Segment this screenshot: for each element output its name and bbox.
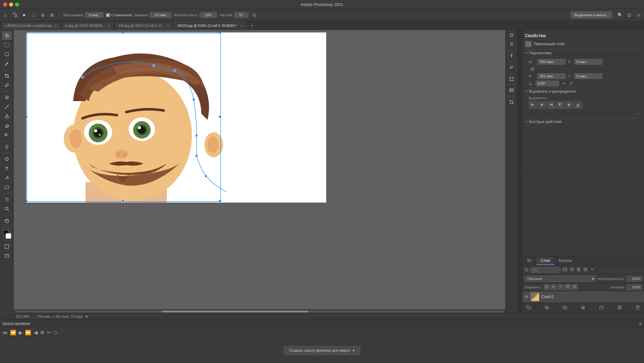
lock-transparent-btn[interactable] [544,284,549,290]
tab-3[interactable]: 430.jpg @ 205% (Слой 0, R... ✕ [115,22,173,30]
fill-input[interactable] [627,284,642,290]
tab-2[interactable]: yy.jpg @ 203% (RGB/8#... ✕ [62,22,114,30]
adjustment-layer-icon[interactable] [569,267,575,273]
color-swatches[interactable] [2,230,12,239]
timeline-next-btn[interactable]: ⏩ [25,330,31,336]
panel-collapse-button[interactable]: ‹ [518,30,522,313]
timeline-keyframe-btn[interactable]: ◇ [53,330,57,336]
dodge-tool[interactable] [2,143,12,151]
square-tool-icon[interactable]: ■ [21,12,27,18]
properties-panel-icon[interactable] [507,31,516,39]
align-bottom-btn[interactable] [574,101,582,109]
delete-layer-btn[interactable] [634,304,642,312]
selection-mask-button[interactable]: Выделение и маска... [571,12,612,18]
share-icon[interactable]: ⎋ [635,12,642,18]
tab-4[interactable]: 34223.jpg @ 518% (Слой 0, RGB/8#) * ✕ [174,22,247,30]
change-screen-btn[interactable] [2,252,12,260]
frequency-input[interactable] [234,12,248,18]
status-arrow-btn[interactable]: ▶ [86,314,88,318]
tab-1-close[interactable]: ✕ [54,24,57,27]
new-layer-from-type-icon[interactable] [562,267,568,273]
timeline-cut-btn[interactable]: ✂ [47,330,51,336]
filter-layers-icon[interactable] [590,267,595,273]
canvas-area[interactable] [14,30,505,313]
adjust-icon[interactable] [507,40,516,48]
background-color[interactable] [6,233,11,239]
layer-visibility-eye[interactable]: 👁 [524,294,529,299]
timeline-prev-btn[interactable]: ⏪ [10,330,16,336]
transform-icon[interactable] [507,75,516,83]
align-center-v-btn[interactable] [565,101,573,109]
opacity-input[interactable] [627,276,642,282]
layer-item-0[interactable]: 👁 Слой 0 [522,291,644,303]
type-tool-panel[interactable]: T [507,52,516,60]
timeline-play-btn[interactable]: ▶ [19,330,22,336]
magic-wand-tool[interactable] [2,59,12,68]
quick-mask-tool[interactable] [2,217,12,225]
layer-mask-icon[interactable] [576,267,582,273]
timeline-last-btn[interactable]: ◀ [34,330,37,336]
align-left-btn[interactable] [529,101,537,109]
adjustment-layer-btn[interactable] [579,304,587,312]
align-section[interactable]: ▼ Выровнять и распределить [525,88,642,95]
target-icon[interactable]: ⊙ [251,12,258,18]
angle-input[interactable] [536,81,559,86]
smart-object-icon[interactable] [583,267,588,273]
path-select-tool[interactable] [2,174,12,182]
flip-v-icon[interactable]: ⇕ [568,80,574,86]
tool-options-icon[interactable] [11,12,18,18]
link-icon[interactable] [529,66,536,72]
tab-2-close[interactable]: ✕ [107,24,111,27]
blend-mode-select[interactable]: Обычные [524,276,596,282]
layer-comp-icon[interactable] [507,86,516,95]
grid-icon[interactable]: ⊞ [49,12,56,18]
eraser-tool[interactable] [2,121,12,130]
eyedropper-tool[interactable] [2,81,12,90]
copy-icon[interactable]: ⧉ [39,12,46,18]
pen-tool[interactable] [2,155,12,164]
scrollbar-track[interactable] [15,311,504,312]
gradient-tool[interactable] [2,130,12,139]
timeline-first-btn[interactable]: ⏮ [2,330,7,336]
marquee-tool[interactable] [2,41,12,49]
crop-tool[interactable] [2,71,12,80]
minimize-button[interactable] [9,2,13,7]
width-input[interactable] [150,12,172,18]
screen-mode-btn[interactable] [2,242,12,251]
new-group-btn[interactable] [598,304,605,312]
home-icon[interactable]: ⌂ [2,12,9,18]
move-tool[interactable] [2,31,12,40]
align-right-btn[interactable] [547,101,555,109]
width-field[interactable] [537,59,566,65]
lasso-tool[interactable] [2,50,12,59]
add-mask-btn[interactable] [561,304,569,312]
tab-channels[interactable]: Каналы [555,257,577,265]
create-timeline-button[interactable]: Создать шкалу времени для видео ▼ [284,346,361,355]
tab-1[interactable]: n-BfWDyQ10uMk-unsplash.jpg ✕ [1,22,61,30]
lock-pixels-btn[interactable] [550,284,557,290]
smoothing-label[interactable]: Сглаживание [106,13,132,17]
tab-layers[interactable]: Слои [536,257,554,265]
paragraph-icon[interactable] [507,63,516,71]
height-field[interactable] [537,73,566,79]
smoothing-checkbox[interactable] [106,13,110,17]
close-button[interactable] [3,2,7,7]
y-field[interactable] [574,73,602,79]
lock-all-btn[interactable] [572,284,577,290]
search-icon[interactable]: 🔍 [617,12,623,18]
feathering-input[interactable] [85,12,103,18]
contrast-input[interactable] [200,12,217,18]
text-tool[interactable]: T [2,164,12,173]
zoom-tool[interactable] [2,204,12,213]
tab-overflow-button[interactable]: » [248,22,255,29]
square-outline-icon[interactable]: □ [30,12,37,18]
crop-panel-icon[interactable] [507,98,516,106]
workspace-icon[interactable]: ⊡ [626,12,633,18]
align-top-btn[interactable] [556,101,564,109]
perspective-section[interactable]: ▼ Перспектива [525,49,642,56]
timeline-settings-btn[interactable]: ⚙ [40,330,44,336]
canvas-scrollbar-horizontal[interactable] [14,309,505,313]
x-field[interactable] [574,59,602,65]
lock-position-btn[interactable] [557,284,564,290]
lock-artboard-btn[interactable] [565,284,571,290]
